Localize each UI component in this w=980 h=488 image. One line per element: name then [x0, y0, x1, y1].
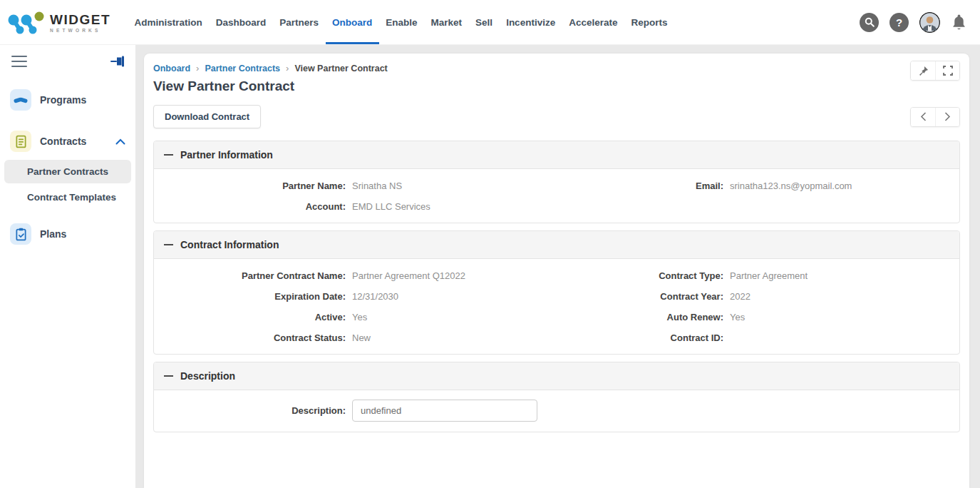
section-title: Description — [180, 370, 235, 382]
description-section: Description Description: — [153, 362, 960, 432]
fullscreen-button[interactable] — [935, 61, 959, 80]
collapse-icon[interactable] — [164, 154, 173, 156]
clipboard-check-icon — [10, 223, 31, 245]
topbar: WIDGET NETWORKS Administration Dashboard… — [0, 0, 980, 45]
collapse-icon[interactable] — [164, 375, 173, 377]
sidebar-item-programs[interactable]: Programs — [0, 83, 135, 116]
next-record-button[interactable] — [935, 108, 959, 126]
contract-name-value: Partner Agreement Q12022 — [349, 265, 555, 286]
breadcrumb-partner-contracts[interactable]: Partner Contracts — [205, 63, 280, 73]
top-navigation: Administration Dashboard Partners Onboar… — [128, 0, 674, 44]
collapse-icon[interactable] — [164, 244, 173, 245]
partner-name-label: Partner Name: — [154, 176, 349, 196]
contract-name-label: Partner Contract Name: — [154, 265, 349, 286]
logo-icon — [6, 10, 44, 36]
nav-enable[interactable]: Enable — [379, 0, 424, 44]
content-card: Onboard › Partner Contracts › View Partn… — [144, 54, 969, 488]
email-label: Email: — [555, 176, 726, 196]
nav-dashboard[interactable]: Dashboard — [209, 0, 273, 44]
contract-type-value: Partner Agreement — [726, 265, 959, 286]
record-pager — [910, 107, 960, 127]
active-value: Yes — [349, 307, 555, 327]
nav-market[interactable]: Market — [424, 0, 469, 44]
contract-status-value: New — [349, 327, 555, 348]
partner-name-value: Srinatha NS — [349, 176, 555, 196]
contract-year-value: 2022 — [726, 286, 959, 307]
nav-administration[interactable]: Administration — [128, 0, 209, 44]
description-label: Description: — [154, 400, 349, 421]
nav-partners[interactable]: Partners — [273, 0, 326, 44]
logo-subtitle: NETWORKS — [50, 29, 110, 34]
view-actions — [910, 61, 960, 81]
description-input[interactable] — [352, 400, 537, 422]
active-label: Active: — [154, 307, 349, 327]
contract-id-value — [726, 327, 959, 348]
sidebar-pin-icon[interactable] — [110, 55, 125, 71]
help-icon[interactable]: ? — [889, 13, 909, 32]
search-icon[interactable] — [860, 13, 879, 32]
sidebar-item-contracts[interactable]: Contracts — [0, 125, 135, 158]
download-contract-button[interactable]: Download Contract — [153, 105, 261, 128]
main-content: Onboard › Partner Contracts › View Partn… — [135, 45, 980, 488]
previous-record-button[interactable] — [911, 108, 935, 126]
handshake-icon — [10, 89, 31, 111]
contract-information-section: Contract Information Partner Contract Na… — [153, 230, 960, 355]
chevron-right-icon — [944, 112, 951, 121]
sidebar-item-label: Contracts — [40, 136, 86, 147]
chevron-up-icon[interactable] — [115, 138, 125, 145]
expiration-date-value: 12/31/2030 — [349, 286, 555, 307]
breadcrumb-separator-icon: › — [196, 63, 199, 73]
breadcrumb-onboard[interactable]: Onboard — [153, 63, 190, 73]
pushpin-icon — [918, 66, 929, 76]
nav-accelerate[interactable]: Accelerate — [562, 0, 624, 44]
pin-view-button[interactable] — [911, 61, 935, 80]
hamburger-menu-icon[interactable] — [11, 56, 27, 70]
partner-information-section: Partner Information Partner Name: Srinat… — [153, 141, 960, 223]
auto-renew-value: Yes — [726, 307, 959, 327]
sidebar: Programs Contracts Partner Contracts Con… — [0, 45, 135, 488]
breadcrumb: Onboard › Partner Contracts › View Partn… — [153, 61, 388, 73]
chevron-left-icon — [920, 112, 927, 121]
bell-icon[interactable] — [951, 14, 967, 31]
nav-incentivize[interactable]: Incentivize — [500, 0, 562, 44]
nav-onboard[interactable]: Onboard — [326, 0, 379, 44]
nav-sell[interactable]: Sell — [469, 0, 500, 44]
account-value: EMD LLC Services — [349, 196, 555, 217]
breadcrumb-separator-icon: › — [286, 63, 289, 73]
contract-year-label: Contract Year: — [555, 286, 726, 307]
account-label: Account: — [154, 196, 349, 217]
page-title: View Partner Contract — [153, 78, 388, 94]
contract-status-label: Contract Status: — [154, 327, 349, 348]
sidebar-item-partner-contracts[interactable]: Partner Contracts — [4, 160, 131, 183]
sidebar-item-label: Plans — [40, 228, 66, 240]
sidebar-item-contract-templates[interactable]: Contract Templates — [4, 185, 131, 209]
section-title: Partner Information — [180, 149, 273, 161]
section-title: Contract Information — [180, 239, 279, 250]
fullscreen-icon — [943, 66, 953, 76]
expiration-date-label: Expiration Date: — [154, 286, 349, 307]
logo: WIDGET NETWORKS — [6, 0, 110, 44]
contract-type-label: Contract Type: — [555, 265, 726, 286]
nav-reports[interactable]: Reports — [624, 0, 674, 44]
sidebar-item-plans[interactable]: Plans — [0, 218, 135, 250]
email-value: srinatha123.ns@yopmail.com — [726, 176, 959, 196]
logo-title: WIDGET — [50, 13, 110, 26]
breadcrumb-current: View Partner Contract — [294, 63, 387, 73]
contract-id-label: Contract ID: — [555, 327, 726, 348]
sidebar-item-label: Programs — [40, 94, 86, 106]
auto-renew-label: Auto Renew: — [555, 307, 726, 327]
contract-document-icon — [10, 131, 31, 152]
avatar[interactable] — [919, 12, 940, 33]
